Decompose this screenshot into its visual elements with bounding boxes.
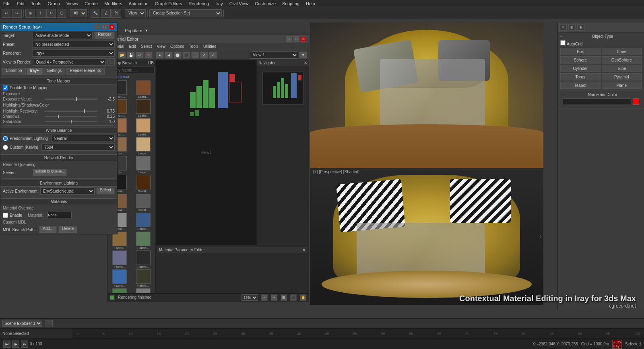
close-btn[interactable]: ✕: [109, 24, 115, 30]
zoom-fit-btn[interactable]: ⊞: [281, 294, 287, 301]
saturation-slider[interactable]: [45, 121, 97, 122]
param-editor-close[interactable]: ✕: [302, 248, 305, 252]
predominant-radio[interactable]: [3, 136, 8, 141]
renderer-dropdown[interactable]: Iray+: [33, 49, 115, 57]
menu-iray[interactable]: Iray: [212, 1, 226, 6]
material-item-17[interactable]: Fabric...: [132, 232, 155, 250]
mat-more-btn[interactable]: …: [191, 51, 199, 59]
shadows-slider[interactable]: [45, 116, 97, 117]
neutral-dropdown[interactable]: Neutral: [51, 135, 115, 142]
mat-delete-btn[interactable]: ✕: [144, 51, 153, 59]
selection-filter-dropdown[interactable]: All: [70, 9, 87, 17]
mat-minimize-btn[interactable]: –: [286, 36, 292, 42]
angle-snap-btn[interactable]: ∠: [101, 9, 111, 18]
rp-list-btn[interactable]: ≡: [559, 24, 567, 31]
material-item-19[interactable]: Fabric...: [132, 250, 155, 269]
redo-btn[interactable]: ↪: [12, 9, 22, 18]
obj-type-btn-cone[interactable]: Cone: [602, 48, 642, 55]
view-options-btn[interactable]: ▼: [299, 51, 307, 59]
mat-sphere-btn[interactable]: ⬤: [173, 51, 182, 59]
delete-btn[interactable]: Delete: [58, 226, 77, 233]
material-item-22[interactable]: Fabric...: [108, 288, 131, 293]
move-btn[interactable]: ✛: [36, 9, 45, 18]
undo-btn[interactable]: ↩: [2, 9, 11, 18]
mat-save-btn[interactable]: 💾: [127, 51, 135, 59]
material-view1[interactable]: View1: [156, 60, 256, 245]
mat-navigate-up-btn[interactable]: ▲: [156, 51, 164, 59]
menu-edit[interactable]: Edit: [14, 1, 28, 6]
obj-type-btn-box[interactable]: Box: [560, 48, 601, 55]
tab-iray[interactable]: Iray+: [27, 68, 43, 75]
mat-undo-btn[interactable]: ↩: [136, 51, 144, 59]
material-item-1[interactable]: Leath...: [132, 80, 155, 99]
obj-type-btn-pyramid[interactable]: Pyramid: [602, 73, 642, 80]
navigator-close[interactable]: ✕: [304, 61, 307, 65]
view-expand-btn[interactable]: ⬛: [107, 58, 115, 66]
obj-type-btn-torus[interactable]: Torus: [560, 73, 601, 80]
view-dropdown[interactable]: Quad 4 - Perspective: [33, 58, 106, 66]
obj-type-btn-cylinder[interactable]: Cylinder: [560, 65, 601, 72]
material-item-15[interactable]: Fabric...: [132, 213, 155, 231]
mat-menu-view[interactable]: View: [155, 43, 168, 50]
named-selection-dropdown[interactable]: Create Selection Set: [149, 9, 222, 17]
obj-type-btn-plane[interactable]: Plane: [602, 82, 642, 89]
obj-type-btn-tube[interactable]: Tube: [602, 65, 642, 72]
menu-create[interactable]: Create: [81, 1, 101, 6]
color-swatch[interactable]: [633, 99, 639, 105]
material-item-18[interactable]: Fabric...: [108, 250, 131, 269]
menu-customize[interactable]: Customize: [252, 1, 279, 6]
view-select[interactable]: View 1: [250, 51, 298, 59]
submit-queue-btn[interactable]: Submit to Queue...: [33, 169, 67, 176]
material-item-13[interactable]: Small...: [132, 194, 155, 212]
scene-explorer-dropdown[interactable]: Scene Explorer 1: [2, 320, 42, 327]
menu-help[interactable]: Help: [303, 1, 318, 6]
menu-group[interactable]: Group: [44, 1, 63, 6]
mat-open-btn[interactable]: 📂: [118, 51, 126, 59]
obj-type-btn-sphere[interactable]: Sphere: [560, 56, 601, 64]
material-item-20[interactable]: Fabric...: [108, 269, 131, 287]
mat-menu-utilities[interactable]: Utilities: [201, 43, 219, 50]
material-item-5[interactable]: Leath...: [132, 118, 155, 136]
view-mode-btn[interactable]: ⬛: [290, 294, 297, 301]
restore-btn[interactable]: □: [102, 24, 107, 30]
material-item-23[interactable]: Fabric...: [132, 288, 155, 293]
highlight-slider[interactable]: [45, 111, 97, 112]
menu-modifiers[interactable]: Modifiers: [101, 1, 126, 6]
tab-render-elements[interactable]: Render Elements: [66, 68, 104, 75]
zoom-dropdown[interactable]: 33%: [242, 294, 258, 301]
material-item-21[interactable]: Fabric...: [132, 269, 155, 287]
autokey-btn[interactable]: Auto Key: [612, 340, 622, 349]
mat-navigate-btn[interactable]: ◀: [165, 51, 173, 59]
mat-restore-btn[interactable]: □: [293, 36, 299, 42]
timeline[interactable]: 0 5 10 15 20 25 30 35 40 45 50 55 60 65 …: [72, 328, 644, 339]
exposure-slider[interactable]: [45, 99, 97, 100]
mat-menu-select[interactable]: Select: [138, 43, 155, 50]
minimize-btn[interactable]: –: [95, 24, 100, 30]
render-btn[interactable]: Render: [94, 32, 115, 39]
target-dropdown[interactable]: ActiveShade Mode: [33, 32, 93, 39]
populate-arrow[interactable]: ▼: [144, 29, 148, 33]
zoom-out-btn[interactable]: –: [261, 294, 268, 301]
add-btn[interactable]: Add...: [39, 226, 57, 233]
menu-file[interactable]: File: [0, 1, 14, 6]
enable-override-checkbox[interactable]: [3, 213, 8, 218]
mat-apply-btn[interactable]: ✓: [209, 51, 217, 59]
preset-dropdown[interactable]: No preset selected: [33, 41, 115, 48]
custom-kelvin-radio[interactable]: [3, 145, 8, 150]
nav-btn[interactable]: ✋: [300, 294, 306, 301]
scene-options-btn[interactable]: ⬛: [45, 320, 53, 326]
next-frame-btn[interactable]: ⏭: [21, 341, 28, 348]
menu-scripting[interactable]: Scripting: [279, 1, 303, 6]
snap-btn[interactable]: 🔧: [91, 9, 100, 18]
rotate-btn[interactable]: ↻: [46, 9, 56, 18]
menu-tools[interactable]: Tools: [28, 1, 45, 6]
select-btn[interactable]: ⊕: [25, 9, 35, 18]
menu-rendering[interactable]: Rendering: [186, 1, 213, 6]
menu-civil-view[interactable]: Civil View: [226, 1, 252, 6]
viewport-nav-arrow[interactable]: ›: [540, 233, 542, 240]
material-input[interactable]: [47, 212, 72, 218]
menu-views[interactable]: Views: [63, 1, 81, 6]
mat-menu-edit[interactable]: Edit: [127, 43, 138, 50]
rp-zoom-btn[interactable]: ⊕: [577, 24, 584, 31]
material-item-9[interactable]: Large...: [132, 156, 155, 174]
